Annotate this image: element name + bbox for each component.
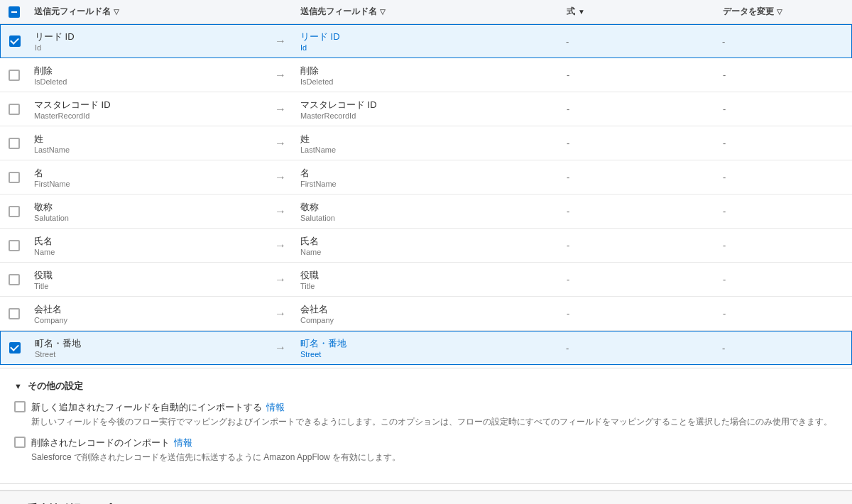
row-dest-label: 役職 xyxy=(300,269,527,282)
option2-checkbox[interactable] xyxy=(14,437,26,448)
table-row: 役職 Title → 役職 Title - - xyxy=(0,263,852,297)
row-checkbox[interactable] xyxy=(9,308,20,319)
row-dest-api: Title xyxy=(300,282,527,290)
row-dest-cell: マスタレコード ID MasterRecordId xyxy=(295,94,532,124)
arrow-icon: → xyxy=(275,35,286,48)
row-checkbox[interactable] xyxy=(9,70,20,81)
header-source-sort-icon[interactable]: ▽ xyxy=(114,8,119,16)
row-trailing xyxy=(831,311,852,317)
table-row: 名 FirstName → 名 FirstName - - xyxy=(0,160,852,195)
row-checkbox[interactable] xyxy=(9,206,20,217)
row-checkbox[interactable] xyxy=(9,104,20,115)
option1-sub-text: 新しいフィールドを今後のフロー実行でマッピングおよびインポートできるようにします… xyxy=(31,416,832,428)
arrow-icon: → xyxy=(275,171,286,184)
row-checkbox-cell[interactable] xyxy=(0,104,28,115)
row-dest-cell: 会社名 Company xyxy=(295,299,532,329)
row-dest-label: リード ID xyxy=(300,31,526,43)
row-checkbox[interactable] xyxy=(9,240,20,251)
row-source-label: 町名・番地 xyxy=(35,337,261,350)
row-arrow-cell: → xyxy=(266,273,295,286)
option2-info-link[interactable]: 情報 xyxy=(174,437,192,449)
row-change-cell: - xyxy=(717,133,831,153)
table-section: 送信元フィールド名 ▽ 送信先フィールド名 ▽ 式 ▼ データを変更 ▽ xyxy=(0,0,852,365)
arrow-icon: → xyxy=(275,137,286,150)
row-trailing xyxy=(831,277,852,283)
header-change-field: データを変更 ▽ xyxy=(717,6,831,18)
row-source-cell: リード ID Id xyxy=(29,26,266,56)
row-source-label: 氏名 xyxy=(34,235,261,248)
row-checkbox-cell[interactable] xyxy=(0,70,28,81)
row-dest-label: 町名・番地 xyxy=(300,337,526,350)
option2-text: 削除されたレコードのインポート 情報 Salesforce で削除されたレコード… xyxy=(31,437,400,464)
row-checkbox[interactable] xyxy=(9,138,20,149)
table-row: リード ID Id → リード ID Id - - xyxy=(0,24,852,58)
row-checkbox[interactable] xyxy=(9,172,20,183)
row-change-cell: - xyxy=(717,168,831,187)
row-checkbox-cell[interactable] xyxy=(0,138,28,149)
row-source-cell: 名 FirstName xyxy=(28,163,266,192)
other-settings-toggle[interactable]: ▼ その他の設定 xyxy=(14,380,838,393)
row-source-cell: 町名・番地 Street xyxy=(29,333,266,363)
row-change-cell: - xyxy=(717,236,831,255)
option2-row: 削除されたレコードのインポート 情報 Salesforce で削除されたレコード… xyxy=(14,437,838,464)
row-trailing xyxy=(831,209,852,214)
option1-checkbox[interactable] xyxy=(14,401,26,412)
header-dest-sort-icon[interactable]: ▽ xyxy=(380,8,386,16)
row-source-cell: 敬称 Salutation xyxy=(28,197,266,226)
row-dest-cell: 姓 LastName xyxy=(295,128,532,158)
row-checkbox-cell[interactable] xyxy=(1,35,29,47)
row-source-label: リード ID xyxy=(35,31,261,43)
row-source-api: Name xyxy=(34,248,261,256)
row-source-cell: 削除 IsDeleted xyxy=(28,60,266,90)
row-change-cell: - xyxy=(717,202,831,221)
row-checkbox-cell[interactable] xyxy=(1,342,29,354)
row-checkbox[interactable] xyxy=(9,342,21,354)
row-checkbox-cell[interactable] xyxy=(0,274,28,285)
arrow-icon: → xyxy=(275,273,286,286)
option1-row: 新しく追加されたフィールドを自動的にインポートする 情報 新しいフィールドを今後… xyxy=(14,401,838,428)
row-arrow-cell: → xyxy=(266,341,295,354)
header-checkbox-cell[interactable] xyxy=(0,6,28,18)
row-arrow-cell: → xyxy=(266,205,295,218)
option2-sub-text: Salesforce で削除されたレコードを送信先に転送するように Amazon… xyxy=(31,451,400,464)
row-arrow-cell: → xyxy=(266,137,295,150)
row-checkbox-cell[interactable] xyxy=(0,308,28,319)
header-formula-label: 式 xyxy=(567,6,575,18)
header-source-field: 送信元フィールド名 ▽ xyxy=(28,6,266,18)
table-header: 送信元フィールド名 ▽ 送信先フィールド名 ▽ 式 ▼ データを変更 ▽ xyxy=(0,0,852,24)
row-source-cell: 会社名 Company xyxy=(28,299,266,329)
header-checkbox[interactable] xyxy=(9,6,20,18)
header-change-sort-icon[interactable]: ▽ xyxy=(777,8,782,16)
table-row: 氏名 Name → 氏名 Name - - xyxy=(0,229,852,263)
row-checkbox[interactable] xyxy=(9,35,21,47)
header-formula-sort-icon[interactable]: ▼ xyxy=(578,8,585,16)
table-row: 会社名 Company → 会社名 Company - - xyxy=(0,297,852,331)
row-trailing xyxy=(831,243,852,248)
row-dest-label: 名 xyxy=(300,167,527,180)
row-dest-api: Name xyxy=(300,248,527,256)
row-checkbox[interactable] xyxy=(9,274,20,285)
row-change-cell: - xyxy=(717,270,831,289)
row-source-api: Salutation xyxy=(34,214,261,222)
row-dest-cell: 敬称 Salutation xyxy=(295,197,532,226)
row-source-api: Company xyxy=(34,316,261,324)
row-checkbox-cell[interactable] xyxy=(0,206,28,217)
row-source-cell: 姓 LastName xyxy=(28,128,266,158)
row-checkbox-cell[interactable] xyxy=(0,172,28,183)
arrow-icon: → xyxy=(275,239,286,252)
option1-info-link[interactable]: 情報 xyxy=(266,401,285,414)
row-change-cell: - xyxy=(717,65,831,84)
row-trailing xyxy=(830,345,851,351)
row-source-cell: マスタレコード ID MasterRecordId xyxy=(28,94,266,124)
row-trailing xyxy=(831,72,852,78)
row-formula-cell: - xyxy=(561,304,689,323)
table-row: マスタレコード ID MasterRecordId → マスタレコード ID M… xyxy=(0,92,852,126)
row-source-cell: 氏名 Name xyxy=(28,231,266,261)
row-source-api: Street xyxy=(35,350,261,358)
table-row: 姓 LastName → 姓 LastName - - xyxy=(0,126,852,160)
row-checkbox-cell[interactable] xyxy=(0,240,28,251)
row-formula-cell: - xyxy=(561,99,689,119)
row-source-label: マスタレコード ID xyxy=(34,99,261,111)
header-change-label: データを変更 xyxy=(723,6,774,18)
other-settings-label: その他の設定 xyxy=(28,380,83,393)
